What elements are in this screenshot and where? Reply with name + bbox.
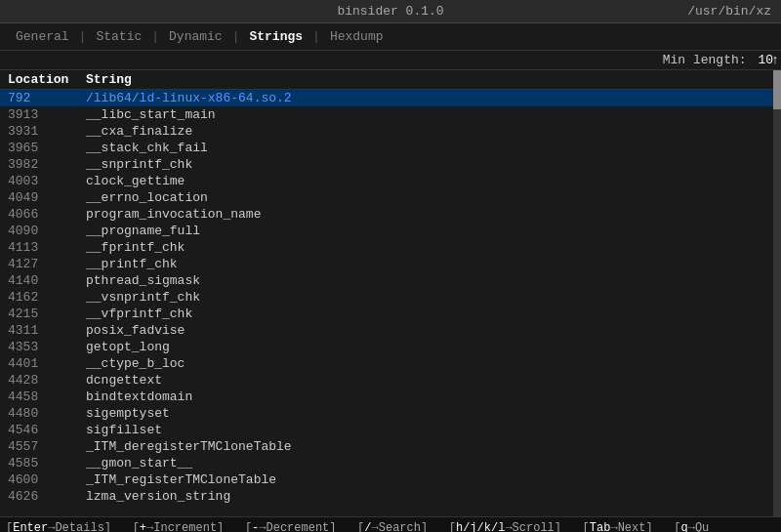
- row-string: bindtextdomain: [86, 389, 773, 404]
- row-string: /lib64/ld-linux-x86-64.so.2: [86, 91, 773, 105]
- row-string: __gmon_start__: [86, 456, 773, 471]
- row-string: sigemptyset: [86, 406, 773, 421]
- row-location: 4353: [8, 340, 86, 354]
- row-location: 4557: [8, 439, 86, 454]
- table-row[interactable]: 4140pthread_sigmask: [0, 272, 781, 289]
- table-row[interactable]: 4311posix_fadvise: [0, 322, 781, 339]
- nav-hexdump[interactable]: Hexdump: [322, 27, 391, 46]
- row-string: program_invocation_name: [86, 207, 773, 222]
- table-row[interactable]: 3913__libc_start_main: [0, 106, 781, 123]
- app-path: /usr/bin/xz: [687, 4, 771, 19]
- min-length-label: Min length: 10: [663, 53, 773, 67]
- table-row[interactable]: 792/lib64/ld-linux-x86-64.so.2: [0, 90, 781, 106]
- col-location-header: Location: [8, 72, 86, 87]
- row-string: __errno_location: [86, 190, 773, 205]
- table-row[interactable]: 4557_ITM_deregisterTMCloneTable: [0, 438, 781, 455]
- row-location: 4458: [8, 389, 86, 404]
- table-row[interactable]: 4049__errno_location: [0, 189, 781, 206]
- table-row[interactable]: 3965__stack_chk_fail: [0, 140, 781, 156]
- row-string: __vfprintf_chk: [86, 307, 773, 321]
- row-location: 4162: [8, 290, 86, 305]
- table-row[interactable]: 4585__gmon_start__: [0, 455, 781, 471]
- scroll-up-icon[interactable]: ↑: [771, 53, 779, 67]
- row-string: pthread_sigmask: [86, 273, 773, 288]
- app-title: binsider 0.1.0: [337, 4, 443, 19]
- row-string: __ctype_b_loc: [86, 356, 773, 371]
- nav-static[interactable]: Static: [88, 27, 149, 46]
- nav-general[interactable]: General: [8, 27, 77, 46]
- row-location: 4066: [8, 207, 86, 222]
- row-string: _ITM_deregisterTMCloneTable: [86, 439, 773, 454]
- table-row[interactable]: 4480sigemptyset: [0, 405, 781, 422]
- table-row[interactable]: 4458bindtextdomain: [0, 389, 781, 405]
- top-bar: Min length: 10 ↑: [0, 51, 781, 70]
- row-string: __progname_full: [86, 224, 773, 238]
- column-header: Location String: [0, 70, 781, 90]
- col-string-header: String: [86, 72, 773, 87]
- scrollbar-thumb[interactable]: [773, 70, 781, 109]
- row-string: __vsnprintf_chk: [86, 290, 773, 305]
- row-string: __stack_chk_fail: [86, 141, 773, 155]
- row-location: 4428: [8, 373, 86, 388]
- row-location: 4127: [8, 257, 86, 271]
- row-location: 792: [8, 91, 86, 105]
- row-location: 4600: [8, 472, 86, 487]
- row-location: 4215: [8, 307, 86, 321]
- table-row[interactable]: 4428dcngettext: [0, 372, 781, 389]
- row-string: __cxa_finalize: [86, 124, 773, 139]
- row-location: 4626: [8, 489, 86, 504]
- table-row[interactable]: 4215__vfprintf_chk: [0, 306, 781, 322]
- table-row[interactable]: 4401__ctype_b_loc: [0, 355, 781, 372]
- row-location: 4140: [8, 273, 86, 288]
- scrollbar[interactable]: [773, 70, 781, 516]
- table-row[interactable]: 4600_ITM_registerTMCloneTable: [0, 471, 781, 488]
- row-string: clock_gettime: [86, 174, 773, 188]
- row-location: 3913: [8, 107, 86, 122]
- row-string: dcngettext: [86, 373, 773, 388]
- nav-strings[interactable]: Strings: [241, 27, 310, 46]
- row-location: 4585: [8, 456, 86, 471]
- row-string: lzma_version_string: [86, 489, 773, 504]
- title-bar: binsider 0.1.0 /usr/bin/xz: [0, 0, 781, 23]
- table-row[interactable]: 4113__fprintf_chk: [0, 239, 781, 256]
- row-location: 4480: [8, 406, 86, 421]
- row-location: 4311: [8, 323, 86, 338]
- status-bar: [Enter→Details] [+→Increment] [-→Decreme…: [0, 516, 781, 532]
- row-string: getopt_long: [86, 340, 773, 354]
- status-text: [Enter→Details] [+→Increment] [-→Decreme…: [6, 521, 709, 532]
- content-area: Location String 792/lib64/ld-linux-x86-6…: [0, 70, 781, 516]
- row-location: 3965: [8, 141, 86, 155]
- table-row[interactable]: 3931__cxa_finalize: [0, 123, 781, 140]
- row-location: 3931: [8, 124, 86, 139]
- row-string: __libc_start_main: [86, 107, 773, 122]
- table-row[interactable]: 3982__snprintf_chk: [0, 156, 781, 173]
- row-string: __printf_chk: [86, 257, 773, 271]
- table-row[interactable]: 4066program_invocation_name: [0, 206, 781, 223]
- row-string: __snprintf_chk: [86, 157, 773, 172]
- row-location: 4049: [8, 190, 86, 205]
- row-string: posix_fadvise: [86, 323, 773, 338]
- row-location: 3982: [8, 157, 86, 172]
- row-string: _ITM_registerTMCloneTable: [86, 472, 773, 487]
- nav-dynamic[interactable]: Dynamic: [161, 27, 230, 46]
- strings-area: Location String 792/lib64/ld-linux-x86-6…: [0, 70, 781, 516]
- row-string: sigfillset: [86, 423, 773, 437]
- row-string: __fprintf_chk: [86, 240, 773, 255]
- row-location: 4090: [8, 224, 86, 238]
- row-location: 4113: [8, 240, 86, 255]
- row-location: 4401: [8, 356, 86, 371]
- row-location: 4003: [8, 174, 86, 188]
- table-row[interactable]: 4546sigfillset: [0, 422, 781, 438]
- table-row[interactable]: 4626lzma_version_string: [0, 488, 781, 505]
- table-row[interactable]: 4003clock_gettime: [0, 173, 781, 189]
- row-location: 4546: [8, 423, 86, 437]
- table-row[interactable]: 4162__vsnprintf_chk: [0, 289, 781, 306]
- nav-bar: General | Static | Dynamic | Strings | H…: [0, 23, 781, 51]
- table-row[interactable]: 4353getopt_long: [0, 339, 781, 355]
- rows-container: 792/lib64/ld-linux-x86-64.so.23913__libc…: [0, 90, 781, 505]
- table-row[interactable]: 4127__printf_chk: [0, 256, 781, 272]
- table-row[interactable]: 4090__progname_full: [0, 223, 781, 239]
